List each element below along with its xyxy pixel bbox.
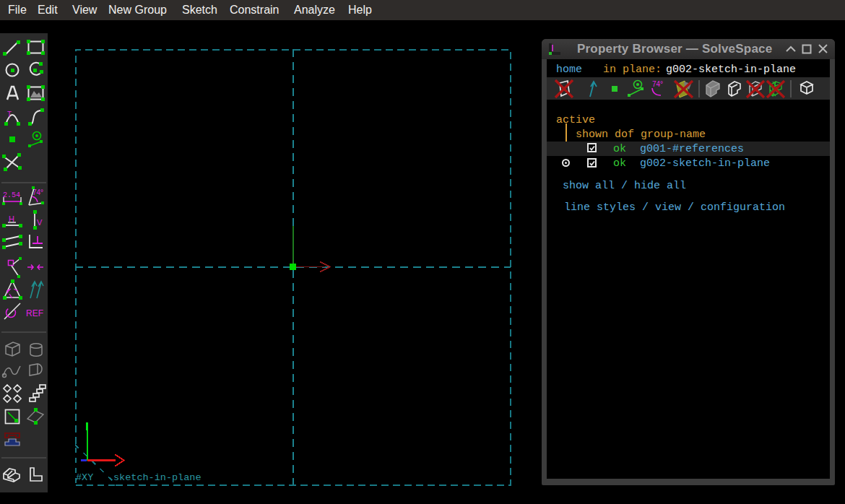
svg-text:#XY: #XY <box>76 472 93 483</box>
svg-text:H: H <box>9 214 14 223</box>
svg-text:74°: 74° <box>652 80 663 88</box>
svg-text:sketch-in-plane: sketch-in-plane <box>113 472 202 483</box>
svg-text:V: V <box>37 218 43 227</box>
svg-text:T: T <box>7 110 12 118</box>
svg-text:REF: REF <box>26 308 43 318</box>
svg-text:2.54: 2.54 <box>3 191 20 199</box>
